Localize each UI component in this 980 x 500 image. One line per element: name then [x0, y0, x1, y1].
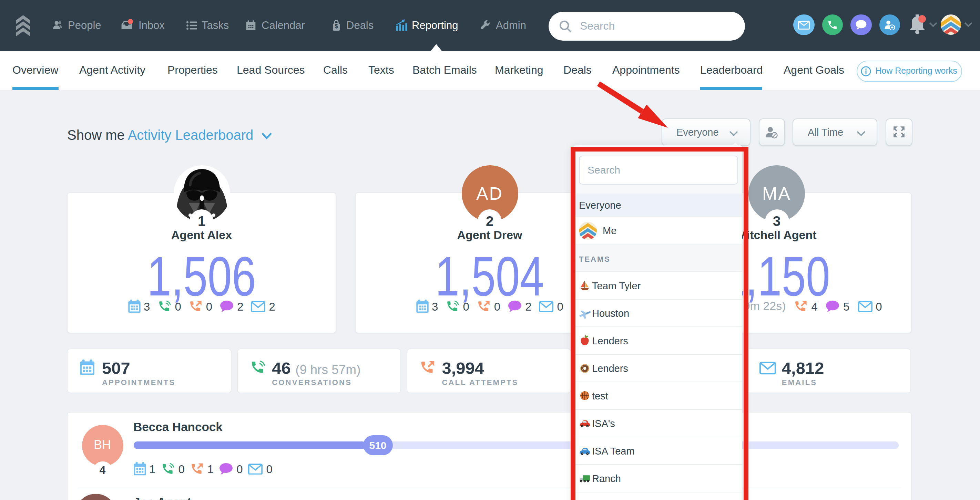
- svg-text:$: $: [334, 23, 338, 30]
